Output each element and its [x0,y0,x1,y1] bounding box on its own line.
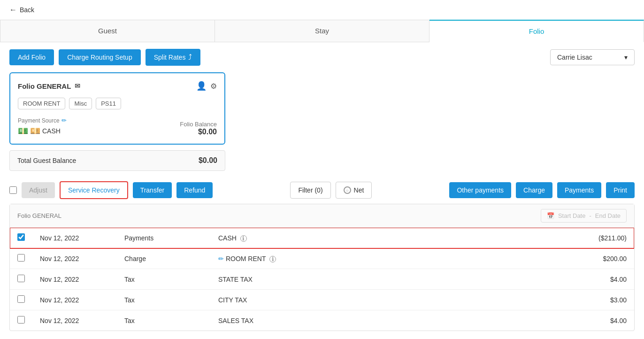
row-amount: ($211.00) [559,228,634,248]
share-icon: ⤴ [188,53,192,62]
folio-table-header: Folio GENERAL 📅 Start Date - End Date [10,204,634,228]
row-amount: $4.00 [559,310,634,331]
row-checkbox-cell [10,310,32,331]
row-description: CITY TAX [211,290,559,310]
action-buttons-row: Adjust Service Recovery Transfer Refund … [0,177,644,204]
row-description: STATE TAX [211,269,559,290]
email-icon[interactable]: ✉ [75,82,80,90]
row-checkbox-cell [10,290,32,310]
net-button[interactable]: ○ Net [336,182,372,199]
page-wrapper: ← Back Guest Stay Folio Add Folio Charge… [0,0,644,339]
refund-button[interactable]: Refund [176,182,213,198]
row-checkbox[interactable] [17,254,25,262]
back-label: Back [20,6,34,14]
row-description: CASH ℹ [211,228,559,248]
folio-data-table: Nov 12, 2022 Payments CASH ℹ ($211.00) [10,228,634,331]
payment-source-section: Payment Source ✏ 💵 💴 CASH [18,117,67,136]
row-description: ✏ ROOM RENT ℹ [211,248,559,269]
tab-stay[interactable]: Stay [215,20,429,42]
table-scroll: Nov 12, 2022 Payments CASH ℹ ($211.00) [10,228,634,331]
service-recovery-button[interactable]: Service Recovery [60,181,128,199]
guest-select[interactable]: Carrie Lisac ▾ [550,49,635,65]
charge-button[interactable]: Charge [516,182,552,198]
row-amount: $3.00 [559,290,634,310]
row-amount: $200.00 [559,248,634,269]
row-date: Nov 12, 2022 [32,248,117,269]
folio-payment-row: Payment Source ✏ 💵 💴 CASH Folio Balance … [18,117,217,136]
folio-balance-section: Folio Balance $0.00 [180,121,217,136]
tag-room-rent[interactable]: ROOM RENT [18,98,65,109]
calendar-icon: 📅 [547,212,554,219]
transfer-button[interactable]: Transfer [133,182,172,198]
split-rates-button[interactable]: Split Rates ⤴ [146,49,201,66]
row-date: Nov 12, 2022 [32,228,117,248]
payments-button[interactable]: Payments [557,182,601,198]
cash-icon-2: 💴 [30,126,40,136]
table-row: Nov 12, 2022 Tax SALES TAX $4.00 [10,310,634,331]
info-icon[interactable]: ℹ [269,256,276,262]
row-checkbox[interactable] [17,295,25,303]
cash-icon-1: 💵 [18,126,28,136]
row-description: SALES TAX [211,310,559,331]
net-circle-icon: ○ [344,186,351,194]
folio-card-icons: 👤 ⚙ [196,81,217,91]
tabs-row: Guest Stay Folio [0,20,644,42]
back-arrow-icon: ← [9,6,17,14]
row-checkbox-cell [10,248,32,269]
row-type: Tax [117,269,211,290]
payment-source-label: Payment Source ✏ [18,117,67,124]
row-checkbox[interactable] [17,233,25,241]
row-date: Nov 12, 2022 [32,269,117,290]
folio-tags: ROOM RENT Misc PS11 [18,98,217,109]
tab-guest[interactable]: Guest [0,20,215,42]
row-type: Payments [117,228,211,248]
select-all-checkbox[interactable] [9,186,17,194]
tag-ps11[interactable]: PS11 [96,98,121,109]
table-body: Nov 12, 2022 Payments CASH ℹ ($211.00) [10,228,634,331]
info-icon[interactable]: ℹ [240,235,247,242]
table-row: Nov 12, 2022 Payments CASH ℹ ($211.00) [10,228,634,248]
payment-icons: 💵 💴 CASH [18,126,67,136]
row-amount: $4.00 [559,269,634,290]
row-date: Nov 12, 2022 [32,290,117,310]
row-date: Nov 12, 2022 [32,310,117,331]
row-checkbox[interactable] [17,316,25,324]
chevron-down-icon: ▾ [624,54,628,61]
folio-card-header: Folio GENERAL ✉ 👤 ⚙ [18,81,217,91]
table-row: Nov 12, 2022 Charge ✏ ROOM RENT ℹ $200.0… [10,248,634,269]
filter-button[interactable]: Filter (0) [290,182,330,199]
folio-title: Folio GENERAL ✉ [18,82,80,90]
gear-icon[interactable]: ⚙ [210,82,217,91]
charge-routing-setup-button[interactable]: Charge Routing Setup [59,49,141,65]
edit-icon[interactable]: ✏ [218,255,224,262]
person-icon[interactable]: 👤 [196,81,207,91]
print-button[interactable]: Print [606,182,635,198]
total-guest-balance-row: Total Guest Balance $0.00 [9,150,225,171]
add-folio-button[interactable]: Add Folio [9,49,54,65]
left-column: Folio GENERAL ✉ 👤 ⚙ ROOM RENT Misc PS11 [9,72,225,177]
table-row: Nov 12, 2022 Tax STATE TAX $4.00 [10,269,634,290]
folio-table-section: Folio GENERAL 📅 Start Date - End Date No… [9,204,635,331]
table-row: Nov 12, 2022 Tax CITY TAX $3.00 [10,290,634,310]
other-payments-button[interactable]: Other payments [449,182,511,198]
date-filter[interactable]: 📅 Start Date - End Date [541,209,627,223]
folio-card: Folio GENERAL ✉ 👤 ⚙ ROOM RENT Misc PS11 [9,72,225,145]
row-checkbox-cell [10,228,32,248]
content-area: Folio GENERAL ✉ 👤 ⚙ ROOM RENT Misc PS11 [0,72,644,177]
row-checkbox[interactable] [17,275,25,282]
row-type: Tax [117,310,211,331]
row-type: Tax [117,290,211,310]
back-button[interactable]: ← Back [9,6,34,14]
toolbar: Add Folio Charge Routing Setup Split Rat… [0,42,644,72]
row-checkbox-cell [10,269,32,290]
back-bar: ← Back [0,0,644,20]
adjust-button[interactable]: Adjust [22,182,55,198]
edit-pencil-icon[interactable]: ✏ [61,117,67,124]
tab-folio[interactable]: Folio [429,20,644,42]
row-type: Charge [117,248,211,269]
tag-misc[interactable]: Misc [69,98,92,109]
